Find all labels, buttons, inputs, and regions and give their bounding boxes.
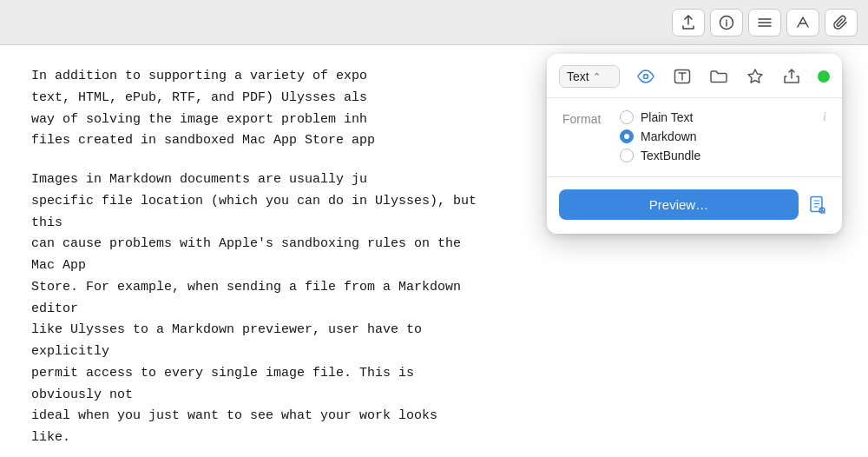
title-bar <box>0 0 868 45</box>
share-button[interactable] <box>672 9 705 36</box>
chevron-icon: ⌃ <box>593 71 601 83</box>
paragraph-1: In addition to supporting a variety of e… <box>31 66 483 152</box>
text-dropdown[interactable]: Text ⌃ <box>559 65 620 88</box>
preview-button[interactable]: Preview… <box>559 189 799 220</box>
format-label: Format <box>562 110 608 126</box>
info-icon: i <box>823 110 826 124</box>
attachment-button[interactable] <box>825 9 858 36</box>
preview-row: Preview… <box>547 189 842 220</box>
star-icon[interactable] <box>743 64 767 89</box>
text-icon[interactable] <box>670 64 694 89</box>
list-button[interactable] <box>748 9 781 36</box>
textbundle-option[interactable]: TextBundle <box>620 149 826 162</box>
format-options: Plain Text i Markdown TextBundle <box>620 110 826 162</box>
toolbar-buttons <box>672 9 858 36</box>
font-button[interactable] <box>786 9 819 36</box>
svg-point-1 <box>644 75 648 79</box>
export-icon[interactable] <box>779 64 804 89</box>
paragraph-2: Images in Markdown documents are usually… <box>31 169 483 449</box>
preview-doc-icon[interactable] <box>806 193 830 217</box>
popup-header: Text ⌃ <box>547 54 842 98</box>
plain-text-option[interactable]: Plain Text i <box>620 110 826 124</box>
eye-icon[interactable] <box>634 64 658 89</box>
textbundle-radio[interactable] <box>620 149 634 162</box>
document-text: In addition to supporting a variety of e… <box>31 66 483 449</box>
folder-icon[interactable] <box>707 64 731 89</box>
textbundle-label: TextBundle <box>641 149 700 162</box>
markdown-option[interactable]: Markdown <box>620 129 826 143</box>
markdown-label: Markdown <box>641 129 697 143</box>
markdown-radio[interactable] <box>620 129 634 143</box>
plain-text-label: Plain Text <box>641 110 693 124</box>
text-dropdown-label: Text <box>567 70 589 83</box>
info-button[interactable] <box>710 9 743 36</box>
popup-icons <box>628 64 809 89</box>
popup-panel: Text ⌃ <box>547 54 842 234</box>
popup-divider <box>547 176 842 177</box>
green-dot <box>818 70 830 83</box>
plain-text-radio[interactable] <box>620 110 634 124</box>
format-section: Format Plain Text i Markdown TextBundle <box>547 98 842 173</box>
